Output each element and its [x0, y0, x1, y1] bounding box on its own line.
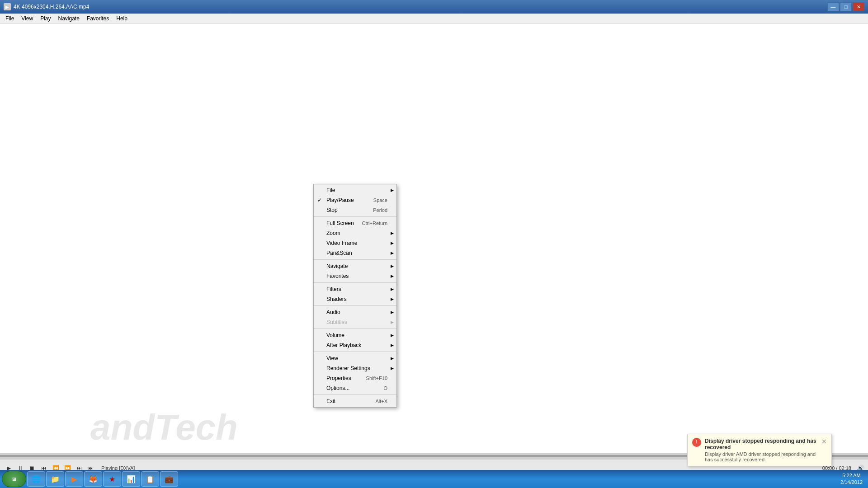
clock: 5:22 AM 2/14/2012	[840, 472, 863, 486]
menu-favorites[interactable]: Favorites	[83, 14, 113, 23]
menu-view[interactable]: View	[18, 14, 37, 23]
notification-body: Display driver AMD driver stopped respon…	[705, 451, 818, 462]
app-icon: ▶	[4, 3, 11, 10]
taskbar-app-firefox[interactable]: 🦊	[84, 471, 102, 487]
separator-6	[314, 352, 396, 352]
notification-icon: !	[692, 438, 701, 447]
ie-icon: 🌐	[31, 474, 42, 484]
clock-time: 5:22 AM	[840, 472, 863, 479]
ctx-video-frame[interactable]: Video Frame	[314, 238, 396, 248]
ctx-filters[interactable]: Filters	[314, 284, 396, 294]
clock-date: 2/14/2012	[840, 479, 863, 486]
taskbar-app-ie[interactable]: 🌐	[27, 471, 45, 487]
taskbar-app-4[interactable]: 💼	[160, 471, 178, 487]
notification-close-button[interactable]: ✕	[821, 438, 827, 445]
separator-3	[314, 282, 396, 283]
notification-title: Display driver stopped responding and ha…	[705, 438, 818, 450]
firefox-icon: 🦊	[88, 474, 99, 484]
notification-content: Display driver stopped responding and ha…	[705, 438, 818, 462]
main-content: andTech File Play/Pause Space Stop Perio…	[0, 23, 868, 453]
watermark: andTech	[90, 407, 238, 448]
ctx-favorites[interactable]: Favorites	[314, 271, 396, 281]
app2-icon: 📊	[126, 474, 137, 484]
title-bar: ▶ 4K.4096x2304.H.264.AAC.mp4 — □ ✕	[0, 0, 868, 14]
taskbar-app-media[interactable]: ▶	[65, 471, 83, 487]
media-icon: ▶	[69, 474, 80, 484]
explorer-icon: 📁	[50, 474, 61, 484]
ctx-shaders[interactable]: Shaders	[314, 294, 396, 304]
separator-1	[314, 216, 396, 217]
separator-5	[314, 328, 396, 329]
ctx-volume[interactable]: Volume	[314, 330, 396, 340]
taskbar-app-explorer[interactable]: 📁	[46, 471, 64, 487]
ctx-stop[interactable]: Stop Period	[314, 205, 396, 215]
menu-help[interactable]: Help	[113, 14, 131, 23]
close-button[interactable]: ✕	[853, 2, 864, 11]
ctx-audio[interactable]: Audio	[314, 307, 396, 317]
ctx-renderer-settings[interactable]: Renderer Settings	[314, 363, 396, 373]
title-bar-controls: — □ ✕	[827, 2, 864, 11]
taskbar: ⊞ 🌐 📁 ▶ 🦊 ★ 📊 📋 💼 5:22 AM 2/14/2012	[0, 470, 868, 488]
start-button[interactable]: ⊞	[2, 471, 26, 487]
ctx-view[interactable]: View	[314, 353, 396, 363]
ctx-file[interactable]: File	[314, 185, 396, 195]
taskbar-app-1[interactable]: ★	[103, 471, 121, 487]
menu-file[interactable]: File	[2, 14, 18, 23]
maximize-button[interactable]: □	[840, 2, 852, 11]
title-bar-left: ▶ 4K.4096x2304.H.264.AAC.mp4	[4, 3, 89, 10]
window-title: 4K.4096x2304.H.264.AAC.mp4	[14, 4, 89, 10]
taskbar-app-3[interactable]: 📋	[141, 471, 159, 487]
ctx-subtitles[interactable]: Subtitles	[314, 317, 396, 327]
menu-bar: File View Play Navigate Favorites Help	[0, 14, 868, 23]
separator-7	[314, 394, 396, 395]
app1-icon: ★	[107, 474, 118, 484]
notification-popup: ! Display driver stopped responding and …	[687, 434, 832, 466]
ctx-zoom[interactable]: Zoom	[314, 228, 396, 238]
ctx-pan-scan[interactable]: Pan&Scan	[314, 248, 396, 258]
menu-play[interactable]: Play	[37, 14, 54, 23]
ctx-options[interactable]: Options... O	[314, 383, 396, 393]
ctx-play-pause[interactable]: Play/Pause Space	[314, 195, 396, 205]
separator-2	[314, 259, 396, 260]
menu-navigate[interactable]: Navigate	[54, 14, 83, 23]
taskbar-right: 5:22 AM 2/14/2012	[840, 472, 866, 486]
ctx-exit[interactable]: Exit Alt+X	[314, 396, 396, 406]
separator-4	[314, 305, 396, 306]
app4-icon: 💼	[164, 474, 175, 484]
app3-icon: 📋	[145, 474, 156, 484]
ctx-navigate[interactable]: Navigate	[314, 261, 396, 271]
minimize-button[interactable]: —	[827, 2, 839, 11]
ctx-fullscreen[interactable]: Full Screen Ctrl+Return	[314, 218, 396, 228]
ctx-after-playback[interactable]: After Playback	[314, 340, 396, 350]
taskbar-app-2[interactable]: 📊	[122, 471, 140, 487]
ctx-properties[interactable]: Properties Shift+F10	[314, 373, 396, 383]
context-menu: File Play/Pause Space Stop Period Full S…	[313, 184, 397, 408]
